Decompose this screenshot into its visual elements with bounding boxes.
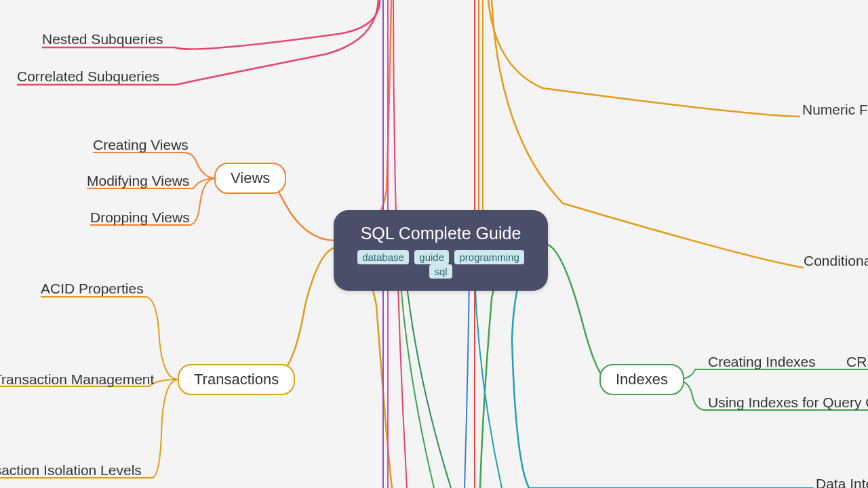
leaf-conditional[interactable]: Conditiona <box>804 253 868 269</box>
center-node[interactable]: SQL Complete Guide database guide progra… <box>334 210 548 291</box>
leaf-creating-views[interactable]: Creating Views <box>93 137 189 153</box>
leaf-creating-indexes[interactable]: Creating Indexes <box>708 354 816 370</box>
leaf-modifying-views[interactable]: Modifying Views <box>87 173 189 189</box>
node-views[interactable]: Views <box>214 163 286 194</box>
leaf-txn-mgmt[interactable]: Transaction Management <box>0 371 154 388</box>
center-tags: database guide programming sql <box>353 250 529 279</box>
node-indexes[interactable]: Indexes <box>599 364 684 395</box>
tag-guide[interactable]: guide <box>414 250 449 264</box>
center-title: SQL Complete Guide <box>353 224 529 243</box>
node-transactions[interactable]: Transactions <box>178 364 295 395</box>
leaf-numeric-fn[interactable]: Numeric Fu <box>802 102 868 118</box>
leaf-data-int[interactable]: Data Inte <box>816 476 868 488</box>
leaf-isolation[interactable]: nsaction Isolation Levels <box>0 462 142 479</box>
leaf-nested-subqueries[interactable]: Nested Subqueries <box>42 31 163 47</box>
leaf-correlated-subqueries[interactable]: Correlated Subqueries <box>17 68 159 85</box>
leaf-dropping-views[interactable]: Dropping Views <box>90 209 190 226</box>
tag-programming[interactable]: programming <box>454 250 524 264</box>
leaf-indexes-opt[interactable]: Using Indexes for Query Opt <box>708 394 868 411</box>
leaf-acid[interactable]: ACID Properties <box>41 281 144 297</box>
leaf-cre[interactable]: CRE <box>846 354 868 370</box>
tag-sql[interactable]: sql <box>429 264 452 279</box>
tag-database[interactable]: database <box>357 250 409 264</box>
